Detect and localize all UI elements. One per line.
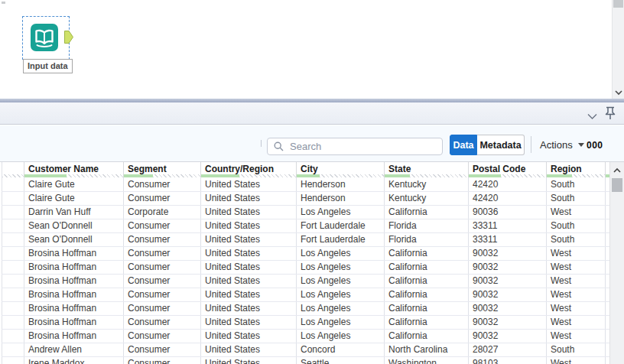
column-header-postal-code[interactable]: Postal Code bbox=[469, 162, 547, 177]
cell[interactable]: 28027 bbox=[469, 343, 547, 356]
scroll-up-button[interactable] bbox=[610, 162, 624, 177]
cell[interactable]: Sean O'Donnell bbox=[24, 219, 124, 232]
cell-viewer-toggle[interactable]: 000 bbox=[587, 135, 603, 155]
cell[interactable] bbox=[2, 191, 24, 205]
cell[interactable]: 90032 bbox=[469, 288, 547, 301]
column-header-customer-name[interactable]: Customer Name bbox=[24, 162, 124, 177]
cell[interactable]: Florida bbox=[385, 232, 469, 246]
cell[interactable]: Los Angeles bbox=[297, 246, 385, 260]
cell[interactable] bbox=[2, 301, 24, 315]
cell[interactable]: Los Angeles bbox=[297, 315, 385, 329]
cell[interactable]: South bbox=[547, 177, 606, 191]
cell[interactable] bbox=[2, 274, 24, 288]
cell[interactable]: West bbox=[547, 315, 606, 329]
cell[interactable]: United States bbox=[201, 301, 297, 315]
cell[interactable]: West bbox=[547, 329, 606, 343]
cell[interactable]: 33311 bbox=[469, 219, 547, 232]
cell[interactable]: 33311 bbox=[469, 232, 547, 246]
cell[interactable]: Fort Lauderdale bbox=[297, 219, 385, 232]
column-header-state[interactable]: State bbox=[385, 162, 469, 177]
table-row[interactable]: Sean O'DonnellConsumerUnited StatesFort … bbox=[2, 219, 610, 232]
table-row[interactable]: Brosina HoffmanConsumerUnited StatesLos … bbox=[2, 301, 610, 315]
cell[interactable] bbox=[2, 205, 24, 219]
cell[interactable]: Consumer bbox=[124, 288, 201, 301]
pin-panel-button[interactable] bbox=[603, 106, 617, 122]
table-row[interactable]: Brosina HoffmanConsumerUnited StatesLos … bbox=[2, 315, 610, 329]
search-box[interactable] bbox=[267, 138, 443, 155]
cell[interactable]: Darrin Van Huff bbox=[24, 205, 124, 219]
cell[interactable] bbox=[2, 232, 24, 246]
cell[interactable]: Consumer bbox=[124, 219, 201, 232]
cell[interactable]: Andrew Allen bbox=[24, 343, 124, 356]
actions-dropdown[interactable]: Actions bbox=[540, 135, 584, 155]
table-row[interactable]: Claire GuteConsumerUnited StatesHenderso… bbox=[2, 177, 610, 191]
cell[interactable] bbox=[2, 219, 24, 232]
cell[interactable]: Los Angeles bbox=[297, 260, 385, 274]
cell[interactable]: Washington bbox=[385, 356, 469, 364]
cell[interactable]: United States bbox=[201, 232, 297, 246]
tab-data[interactable]: Data bbox=[450, 135, 477, 155]
table-row[interactable]: Brosina HoffmanConsumerUnited StatesLos … bbox=[2, 329, 610, 343]
cell[interactable]: Brosina Hoffman bbox=[24, 246, 124, 260]
cell[interactable]: 90036 bbox=[469, 205, 547, 219]
cell[interactable]: Los Angeles bbox=[297, 301, 385, 315]
table-row[interactable]: Claire GuteConsumerUnited StatesHenderso… bbox=[2, 191, 610, 205]
cell[interactable]: 90032 bbox=[469, 329, 547, 343]
cell[interactable]: United States bbox=[201, 343, 297, 356]
cell[interactable]: Consumer bbox=[124, 191, 201, 205]
cell[interactable]: Seattle bbox=[297, 356, 385, 364]
cell[interactable]: South bbox=[547, 232, 606, 246]
cell[interactable]: United States bbox=[201, 274, 297, 288]
cell[interactable]: Consumer bbox=[124, 343, 201, 356]
cell[interactable]: West bbox=[547, 205, 606, 219]
cell[interactable]: California bbox=[385, 301, 469, 315]
cell[interactable]: United States bbox=[201, 205, 297, 219]
cell[interactable]: United States bbox=[201, 356, 297, 364]
cell[interactable]: California bbox=[385, 274, 469, 288]
cell[interactable]: South bbox=[547, 191, 606, 205]
cell[interactable] bbox=[2, 343, 24, 356]
tab-metadata[interactable]: Metadata bbox=[477, 135, 525, 155]
table-row[interactable]: Brosina HoffmanConsumerUnited StatesLos … bbox=[2, 288, 610, 301]
cell[interactable]: West bbox=[547, 274, 606, 288]
cell[interactable]: 90032 bbox=[469, 301, 547, 315]
cell[interactable]: Irene Maddox bbox=[24, 356, 124, 364]
cell[interactable]: 90032 bbox=[469, 274, 547, 288]
cell[interactable]: California bbox=[385, 315, 469, 329]
scrollbar-thumb[interactable] bbox=[612, 178, 622, 192]
cell[interactable]: Claire Gute bbox=[24, 177, 124, 191]
table-row[interactable]: Brosina HoffmanConsumerUnited StatesLos … bbox=[2, 260, 610, 274]
search-input[interactable] bbox=[288, 140, 436, 153]
cell[interactable]: Claire Gute bbox=[24, 191, 124, 205]
cell[interactable]: Consumer bbox=[124, 274, 201, 288]
tool-output-anchor[interactable] bbox=[64, 31, 73, 44]
cell[interactable]: South bbox=[547, 219, 606, 232]
cell[interactable]: Consumer bbox=[124, 329, 201, 343]
cell[interactable]: United States bbox=[201, 191, 297, 205]
cell[interactable]: 90032 bbox=[469, 315, 547, 329]
cell[interactable]: United States bbox=[201, 288, 297, 301]
cell[interactable]: 98103 bbox=[469, 356, 547, 364]
cell[interactable]: Consumer bbox=[124, 246, 201, 260]
tool-annotation-label[interactable]: Input data bbox=[23, 59, 73, 73]
cell[interactable]: California bbox=[385, 329, 469, 343]
cell[interactable]: Consumer bbox=[124, 301, 201, 315]
cell[interactable]: Corporate bbox=[124, 205, 201, 219]
cell[interactable]: Brosina Hoffman bbox=[24, 329, 124, 343]
scrollbar-thumb[interactable] bbox=[613, 0, 623, 8]
workflow-canvas[interactable]: Input data bbox=[0, 0, 624, 99]
cell[interactable]: Brosina Hoffman bbox=[24, 274, 124, 288]
cell[interactable]: United States bbox=[201, 177, 297, 191]
cell[interactable]: Sean O'Donnell bbox=[24, 232, 124, 246]
cell[interactable]: United States bbox=[201, 246, 297, 260]
table-row[interactable]: Andrew AllenConsumerUnited StatesConcord… bbox=[2, 343, 610, 356]
table-row[interactable]: Irene MaddoxConsumerUnited StatesSeattle… bbox=[2, 356, 610, 364]
cell[interactable] bbox=[2, 260, 24, 274]
cell[interactable]: Kentucky bbox=[385, 191, 469, 205]
cell[interactable]: South bbox=[547, 343, 606, 356]
cell[interactable]: Los Angeles bbox=[297, 329, 385, 343]
column-header-segment[interactable]: Segment bbox=[124, 162, 201, 177]
cell[interactable]: California bbox=[385, 246, 469, 260]
cell[interactable]: Henderson bbox=[297, 177, 385, 191]
column-header-city[interactable]: City bbox=[297, 162, 385, 177]
